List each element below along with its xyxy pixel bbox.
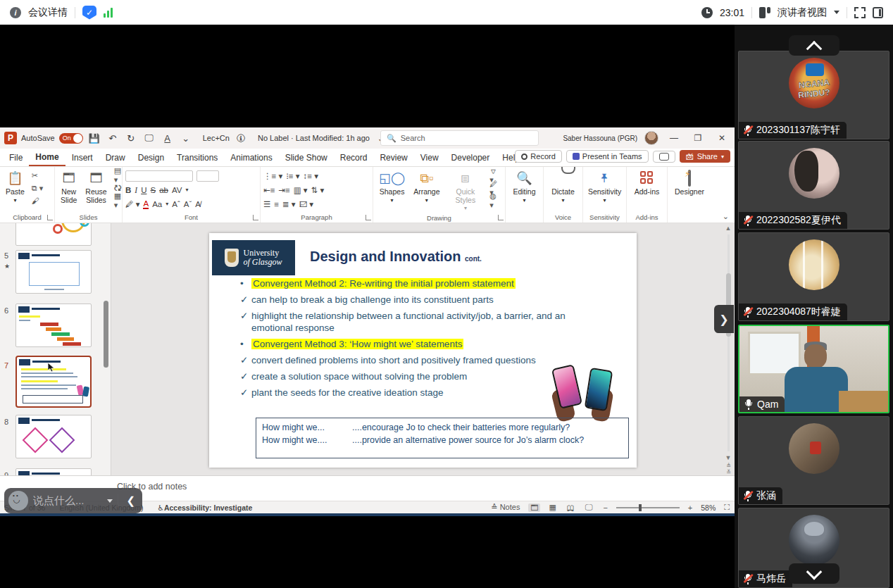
side-panel-toggle-icon[interactable] — [873, 7, 883, 18]
participant-tile[interactable]: 张涵 — [738, 416, 889, 505]
meeting-details-button[interactable]: i 会议详情 — [10, 6, 68, 19]
participant-tile[interactable]: 2022302582夏伊代 — [738, 141, 889, 230]
tab-transitions[interactable]: Transitions — [170, 150, 224, 165]
addins-button[interactable]: Add-ins — [632, 170, 663, 198]
tab-review[interactable]: Review — [373, 150, 413, 165]
redo-icon[interactable]: ↻ — [124, 131, 138, 145]
previous-slide-button[interactable]: ≜ — [726, 463, 730, 469]
align-right-button[interactable]: ≣ ▾ — [282, 199, 296, 209]
shape-effects-button[interactable]: ◍ ▾ — [488, 195, 502, 206]
slideshow-view-button[interactable]: 🖵 — [583, 503, 595, 512]
slide-thumbnail-7-selected[interactable] — [15, 356, 92, 408]
undo-icon[interactable]: ↶ — [106, 131, 120, 145]
numbering-button[interactable]: ⁝≡ ▾ — [286, 171, 299, 181]
slide-thumbnail-5[interactable] — [15, 250, 92, 294]
dialog-launcher-icon[interactable] — [366, 215, 371, 220]
canvas-scrollbar[interactable]: ▲ ▼ ≜ ≚ — [723, 223, 733, 475]
editing-button[interactable]: 🔍 Editing▾ — [510, 170, 538, 205]
thumbnail-scrollbar[interactable] — [104, 301, 108, 368]
underline-button[interactable]: U — [141, 186, 146, 194]
highlight-button[interactable]: 🖉 ▾ — [125, 199, 139, 209]
strikethrough-button[interactable]: S — [150, 186, 156, 194]
share-button[interactable]: 🖄 Share ▾ — [680, 150, 730, 163]
dialog-launcher-icon[interactable] — [498, 215, 504, 220]
slide-thumbnail-9[interactable] — [15, 468, 92, 475]
sensitivity-button[interactable]: 🖈 Sensitivity▾ — [585, 170, 624, 205]
reading-view-button[interactable]: 🕮 — [565, 503, 577, 512]
participant-tile[interactable]: 2022304087时睿婕 — [738, 232, 889, 321]
scroll-down-icon[interactable]: ▼ — [725, 453, 732, 463]
section-button[interactable]: ▦ ▾ — [113, 195, 123, 206]
scroll-participants-down-button[interactable] — [789, 563, 839, 584]
collapse-ribbon-icon[interactable]: ⌄ — [723, 212, 729, 221]
fit-slide-button[interactable]: ⛶ — [722, 503, 732, 512]
tab-home[interactable]: Home — [29, 149, 65, 166]
quick-styles-button[interactable]: 🗉 Quick Styles▾ — [446, 170, 486, 213]
smartart-button[interactable]: 🗠 ▾ — [299, 199, 313, 209]
reuse-slides-button[interactable]: 🗖 Reuse Slides — [82, 170, 109, 206]
autosave-toggle[interactable]: On — [59, 133, 83, 144]
copy-button[interactable]: ⧉ ▾ — [30, 182, 44, 194]
font-size-combo[interactable] — [196, 170, 219, 182]
zoom-slider-handle[interactable] — [639, 504, 642, 511]
account-name[interactable]: Saber Hassouna (PGR) — [563, 135, 637, 142]
shrink-font-button[interactable]: Aˇ — [184, 200, 192, 208]
tab-animations[interactable]: Animations — [224, 150, 278, 165]
designer-button[interactable]: Designer — [672, 170, 707, 198]
qat-overflow-icon[interactable]: ⌄ — [179, 131, 193, 145]
normal-view-button[interactable]: 🗔 — [528, 503, 540, 512]
close-button[interactable]: ✕ — [713, 133, 730, 143]
dictate-button[interactable]: Dictate▾ — [549, 170, 577, 205]
security-shield-icon[interactable]: ✓ — [82, 6, 96, 20]
paste-button[interactable]: 📋 Paste▾ — [3, 170, 27, 205]
increase-indent-button[interactable]: ⇥≡ — [278, 185, 289, 195]
font-color-icon[interactable]: A — [161, 131, 175, 145]
dialog-launcher-icon[interactable] — [47, 215, 53, 220]
tab-draw[interactable]: Draw — [99, 150, 132, 165]
italic-button[interactable]: I — [135, 186, 137, 194]
char-spacing-button[interactable]: AV — [172, 186, 182, 194]
clear-formatting-button[interactable]: A̸ — [195, 200, 201, 208]
chevron-down-icon[interactable] — [107, 499, 113, 503]
participant-tile-active-speaker[interactable]: Qam — [738, 325, 889, 413]
participant-tile[interactable]: NGANA RINDU? 2023301137陈宇轩 — [738, 51, 889, 139]
save-icon[interactable]: 💾 — [87, 131, 101, 145]
slide-layout-button[interactable]: ▤ ▾ — [113, 170, 123, 181]
slide-thumbnail-6[interactable] — [15, 304, 92, 347]
tab-record[interactable]: Record — [334, 150, 374, 165]
scroll-participants-up-button[interactable] — [789, 35, 839, 56]
shapes-button[interactable]: ◱◯ Shapes▾ — [376, 170, 408, 205]
accessibility-status[interactable]: Accessibility: Investigate — [164, 503, 252, 512]
emoji-button[interactable] — [8, 491, 28, 511]
collapse-chat-button[interactable]: ❮ — [123, 494, 138, 507]
record-button[interactable]: Record — [515, 150, 561, 163]
zoom-level[interactable]: 58% — [701, 503, 716, 512]
search-input[interactable]: 🔍 Search — [380, 130, 539, 146]
comments-button[interactable] — [653, 151, 675, 163]
line-spacing-button[interactable]: ↕≡ ▾ — [304, 171, 318, 181]
dialog-launcher-icon[interactable] — [253, 215, 258, 220]
restore-button[interactable]: ❐ — [689, 133, 706, 143]
bullets-button[interactable]: ⋮≡ ▾ — [263, 171, 282, 181]
notes-toggle-button[interactable]: ≙ Notes — [489, 503, 522, 512]
new-slide-button[interactable]: 🗔 New Slide — [58, 170, 80, 206]
grow-font-button[interactable]: Aˆ — [172, 200, 180, 208]
slide-canvas[interactable]: University of Glasgow Design and Innovat… — [209, 233, 637, 468]
align-center-button[interactable]: ≡ — [274, 200, 279, 208]
arrange-button[interactable]: ⧉▫ Arrange▾ — [411, 170, 442, 205]
cut-button[interactable]: ✂ — [30, 170, 44, 181]
hide-video-panel-button[interactable]: ❯ — [714, 305, 734, 333]
decrease-indent-button[interactable]: ⇤≡ — [263, 185, 275, 195]
tab-developer[interactable]: Developer — [445, 150, 497, 165]
next-slide-button[interactable]: ≚ — [726, 469, 730, 475]
chat-input[interactable]: 说点什么... — [33, 494, 102, 508]
tab-slideshow[interactable]: Slide Show — [279, 150, 334, 165]
font-name-combo[interactable] — [125, 170, 193, 182]
slide-thumbnail-4[interactable] — [15, 223, 92, 246]
zoom-in-button[interactable]: + — [686, 503, 694, 512]
change-case-button[interactable]: Aa — [152, 200, 162, 208]
zoom-slider[interactable] — [616, 507, 680, 508]
text-direction-button[interactable]: ⇅ ▾ — [311, 185, 325, 195]
view-mode-selector[interactable]: 演讲者视图 — [759, 6, 839, 19]
fullscreen-icon[interactable] — [854, 7, 866, 18]
